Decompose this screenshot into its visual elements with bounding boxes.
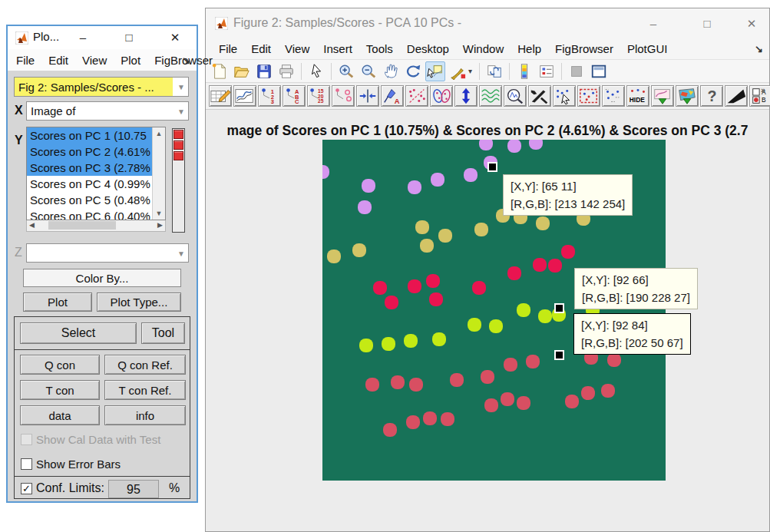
edit-plot-button[interactable] xyxy=(233,85,256,107)
save-button[interactable] xyxy=(254,61,274,81)
chevron-down-icon[interactable]: ▼ xyxy=(177,107,185,115)
y-list-item[interactable]: Scores on PC 6 (0.40% xyxy=(27,208,165,220)
plot-type-button[interactable]: Plot Type... xyxy=(97,292,181,312)
chevron-down-icon[interactable]: ▼ xyxy=(177,249,185,257)
datatip-marker[interactable] xyxy=(487,162,497,172)
insert-colorbar-button[interactable] xyxy=(514,61,534,81)
y-list-item[interactable]: Scores on PC 4 (0.99% xyxy=(27,176,165,192)
label-numbers-button[interactable]: 123 xyxy=(258,85,281,107)
plot-button[interactable]: Plot xyxy=(23,292,92,312)
deselect-points-button[interactable] xyxy=(602,85,625,107)
menu-tools[interactable]: Tools xyxy=(359,42,400,55)
minimize-button[interactable]: – xyxy=(68,28,98,47)
menu-view[interactable]: View xyxy=(278,42,316,55)
select-button[interactable]: Select xyxy=(20,322,137,344)
close-button[interactable]: ✕ xyxy=(160,28,190,47)
split-classes-button[interactable] xyxy=(405,85,428,107)
pointer-button[interactable] xyxy=(306,61,326,81)
brush-dropdown-caret[interactable]: ▾ xyxy=(468,67,474,75)
figure-selector-combo[interactable]: Fig 2: Samples/Scores - ... ▼ xyxy=(14,77,189,97)
brush-button[interactable] xyxy=(448,61,468,81)
select-points-button[interactable] xyxy=(553,85,576,107)
menu-desktop[interactable]: Desktop xyxy=(400,42,456,55)
y-list-item[interactable]: Scores on PC 3 (2.78% xyxy=(27,160,165,176)
t-con-button[interactable]: T con xyxy=(20,380,100,400)
x-combo[interactable]: Image of ▼ xyxy=(26,101,189,121)
edit-table-button[interactable] xyxy=(209,85,232,107)
datatip-2[interactable]: [X,Y]: [92 66] [R,G,B]: [190 228 27] xyxy=(574,268,698,309)
hide-points-button[interactable]: HIDE xyxy=(626,85,649,107)
maximize-button[interactable]: □ xyxy=(114,28,144,47)
export-image-button[interactable] xyxy=(676,85,699,107)
checkbox[interactable] xyxy=(21,458,32,470)
settings-tools-button[interactable] xyxy=(528,85,551,107)
menu-overflow-icon[interactable]: ↘ xyxy=(182,55,190,66)
menu-file[interactable]: File xyxy=(9,54,41,67)
y-list-item[interactable]: Scores on PC 2 (4.61% xyxy=(27,144,165,160)
connect-points-button[interactable] xyxy=(332,85,355,107)
conf-limits-field[interactable]: 95 xyxy=(108,480,159,498)
menu-plotgui[interactable]: PlotGUI xyxy=(620,42,675,55)
minimize-button[interactable]: – xyxy=(636,15,671,33)
ellipse-groups-button[interactable] xyxy=(430,85,453,107)
zoom-out-button[interactable] xyxy=(359,61,378,81)
close-button[interactable]: ✕ xyxy=(734,15,769,33)
tool-button[interactable]: Tool xyxy=(141,322,185,344)
menu-plot[interactable]: Plot xyxy=(114,54,147,67)
rescale-y-button[interactable] xyxy=(454,85,478,107)
data-button[interactable]: data xyxy=(20,405,100,425)
scroll-down-icon[interactable]: ▼ xyxy=(153,210,165,217)
y-list-horizontal-scrollbar[interactable]: ◀ ▶ xyxy=(26,220,166,232)
color-by-button[interactable]: Color By... xyxy=(23,269,181,287)
menu-view[interactable]: View xyxy=(75,54,114,67)
figure-titlebar[interactable]: Figure 2: Samples/Scores - PCA 10 PCs - … xyxy=(206,8,769,38)
axis-tight-button[interactable] xyxy=(356,85,379,107)
maximize-button[interactable]: □ xyxy=(689,15,725,33)
menu-window[interactable]: Window xyxy=(456,42,511,55)
menu-insert[interactable]: Insert xyxy=(316,42,359,55)
y-list-item[interactable]: Scores on PC 5 (0.48% xyxy=(27,192,165,208)
datatip-marker[interactable] xyxy=(554,303,564,313)
threshold-line-button[interactable] xyxy=(725,85,748,107)
help-button[interactable]: ? xyxy=(700,85,723,107)
scrollbar-thumb[interactable] xyxy=(48,221,116,230)
chevron-down-icon[interactable]: ▼ xyxy=(177,83,185,91)
link-plots-button[interactable] xyxy=(484,61,504,81)
zoom-in-button[interactable] xyxy=(336,61,356,81)
print-button[interactable] xyxy=(276,61,296,81)
label-values-button[interactable]: 152025 xyxy=(307,85,330,107)
y-list-item[interactable]: Scores on PC 1 (10.75 xyxy=(27,127,165,144)
select-class-button[interactable] xyxy=(577,85,600,107)
rotate-3d-button[interactable] xyxy=(403,61,423,81)
checkbox[interactable] xyxy=(21,434,32,445)
dock-figure-button[interactable] xyxy=(589,61,609,81)
scroll-up-icon[interactable]: ▲ xyxy=(153,130,165,137)
menu-edit[interactable]: Edit xyxy=(244,42,278,55)
y-listbox[interactable]: Scores on PC 1 (10.75Scores on PC 2 (4.6… xyxy=(26,127,166,220)
info-button[interactable]: info xyxy=(104,405,186,425)
smooth-lines-button[interactable] xyxy=(479,85,502,107)
checkbox-checked[interactable]: ✓ xyxy=(21,483,32,494)
class-ab-button[interactable]: AB xyxy=(749,85,770,107)
scroll-left-icon[interactable]: ◀ xyxy=(29,221,35,229)
y-list-vertical-scrollbar[interactable]: ▲ ▼ xyxy=(152,127,165,220)
data-cursor-button[interactable] xyxy=(425,61,445,81)
label-letters-button[interactable]: ABC xyxy=(283,85,306,107)
z-combo[interactable]: ▼ xyxy=(26,243,189,263)
menu-edit[interactable]: Edit xyxy=(41,54,75,67)
t-con-ref-button[interactable]: T con Ref. xyxy=(104,380,186,400)
datatip-1[interactable]: [X,Y]: [65 11] [R,G,B]: [213 142 254] xyxy=(503,174,633,216)
menu-help[interactable]: Help xyxy=(511,42,548,55)
pin-annotation-button[interactable]: A xyxy=(381,85,404,107)
open-folder-button[interactable] xyxy=(232,61,252,81)
insert-legend-button[interactable] xyxy=(537,61,557,81)
menu-overflow-icon[interactable]: ↘ xyxy=(755,43,763,55)
export-plot-button[interactable] xyxy=(651,85,674,107)
datatip-3[interactable]: [X,Y]: [92 84] [R,G,B]: [202 50 67] xyxy=(573,313,691,355)
toolbar-overflow-icon[interactable]: » xyxy=(761,85,765,94)
inactive-square-button[interactable] xyxy=(567,61,587,81)
q-con-button[interactable]: Q con xyxy=(20,355,100,375)
scroll-right-icon[interactable]: ▶ xyxy=(157,221,163,229)
menu-figbrowser[interactable]: FigBrowser xyxy=(548,42,620,55)
pan-button[interactable] xyxy=(381,61,401,81)
